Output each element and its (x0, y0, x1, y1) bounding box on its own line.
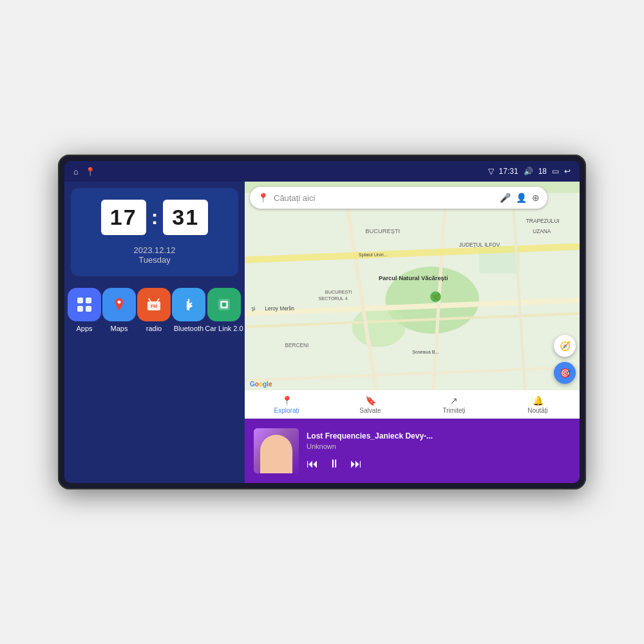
google-logo: Google (250, 381, 272, 388)
car-display-device: ⌂ 📍 ▽ 17:31 🔊 18 ▭ ↩ 17 : (58, 155, 586, 489)
svg-rect-3 (86, 306, 91, 312)
music-info: Lost Frequencies_Janieck Devy-... Unknow… (307, 431, 571, 471)
map-bottom-nav: 📍 Explorați 🔖 Salvate ↗ Trimiteți 🔔 (245, 390, 580, 419)
app-item-carlink[interactable]: Car Link 2.0 (206, 288, 242, 332)
clock-widget: 17 : 31 2023.12.12 Tuesday (71, 188, 238, 276)
clock-colon: : (151, 205, 158, 229)
device-screen: ⌂ 📍 ▽ 17:31 🔊 18 ▭ ↩ 17 : (64, 161, 580, 483)
svg-text:BUCUREȘTI: BUCUREȘTI (325, 289, 352, 295)
svg-point-15 (352, 307, 405, 346)
status-right-info: ▽ 17:31 🔊 18 ▭ ↩ (488, 167, 571, 176)
left-panel: 17 : 31 2023.12.12 Tuesday (64, 182, 245, 483)
map-pin-icon: 📍 (258, 193, 269, 203)
account-icon[interactable]: 👤 (516, 193, 527, 203)
saved-label: Salvate (359, 407, 381, 414)
map-nav-news[interactable]: 🔔 Noutăți (496, 393, 580, 417)
svg-text:Șoseaua B...: Șoseaua B... (412, 349, 439, 355)
next-button[interactable]: ⏭ (350, 457, 362, 471)
clock-date: 2023.12.12 Tuesday (133, 245, 175, 265)
share-icon: ↗ (450, 395, 458, 406)
compass-button[interactable]: 🧭 (554, 335, 576, 357)
play-pause-button[interactable]: ⏸ (328, 457, 340, 471)
signal-icon: ▽ (488, 167, 494, 176)
music-panel: Lost Frequencies_Janieck Devy-... Unknow… (245, 419, 580, 483)
news-icon: 🔔 (533, 395, 544, 406)
location-button[interactable]: 🎯 (554, 362, 576, 384)
maps-icon (102, 288, 136, 321)
svg-text:Parcul Natural Văcărești: Parcul Natural Văcărești (379, 275, 448, 281)
svg-text:TRAPEZULUI: TRAPEZULUI (526, 218, 560, 224)
svg-text:BERCENI: BERCENI (285, 342, 308, 348)
apps-label: Apps (76, 325, 92, 332)
app-item-apps[interactable]: Apps (67, 288, 102, 332)
svg-point-4 (118, 301, 121, 304)
svg-text:JUDEȚUL ILFOV: JUDEȚUL ILFOV (459, 242, 500, 248)
svg-text:și: și (251, 305, 255, 312)
app-item-radio[interactable]: FM radio (137, 288, 171, 332)
map-search-text: Căutați aici (274, 193, 315, 203)
map-svg: BUCUREȘTI JUDEȚUL ILFOV BERCENI BUCUREȘT… (245, 182, 580, 419)
album-art (254, 428, 299, 473)
bluetooth-label: Bluetooth (174, 325, 204, 332)
battery-icon: ▭ (552, 167, 559, 176)
back-icon[interactable]: ↩ (564, 167, 571, 176)
app-item-maps[interactable]: Maps (102, 288, 137, 332)
clock-hour: 17 (101, 200, 146, 235)
main-content: 17 : 31 2023.12.12 Tuesday (64, 182, 580, 483)
status-left-icons: ⌂ 📍 (73, 167, 95, 176)
explore-icon: 📍 (281, 395, 292, 406)
maps-label: Maps (111, 325, 128, 332)
svg-text:BUCUREȘTI: BUCUREȘTI (365, 228, 400, 234)
svg-text:🌿: 🌿 (432, 293, 440, 301)
radio-icon: FM (137, 288, 171, 321)
map-nav-share[interactable]: ↗ Trimiteți (412, 393, 496, 417)
volume-level: 18 (538, 167, 547, 176)
music-title: Lost Frequencies_Janieck Devy-... (307, 431, 571, 440)
clock-display: 17 : 31 (101, 200, 208, 235)
clock-minute: 31 (163, 200, 208, 235)
svg-text:Splaiul Uniri...: Splaiul Uniri... (359, 252, 388, 258)
share-label: Trimiteți (442, 407, 465, 414)
svg-line-8 (157, 299, 159, 301)
svg-line-7 (149, 299, 151, 301)
status-bar: ⌂ 📍 ▽ 17:31 🔊 18 ▭ ↩ (64, 161, 580, 182)
maps-shortcut-icon[interactable]: 📍 (85, 167, 95, 176)
map-search-bar[interactable]: 📍 Căutați aici 🎤 👤 ⊕ (250, 187, 547, 209)
carlink-label: Car Link 2.0 (205, 325, 243, 332)
apps-icon (68, 288, 101, 321)
prev-button[interactable]: ⏮ (307, 457, 318, 471)
carlink-icon (207, 288, 241, 321)
apps-row: Apps Maps (64, 283, 245, 483)
home-icon[interactable]: ⌂ (73, 167, 79, 176)
svg-text:UZANA: UZANA (533, 228, 551, 234)
bluetooth-icon (172, 288, 205, 321)
svg-rect-2 (77, 306, 83, 312)
svg-rect-1 (86, 298, 91, 303)
svg-text:FM: FM (151, 304, 157, 308)
svg-rect-0 (77, 298, 83, 303)
layers-icon[interactable]: ⊕ (532, 193, 540, 203)
svg-text:Leroy Merlin: Leroy Merlin (265, 305, 294, 312)
map-nav-explore[interactable]: 📍 Explorați (245, 393, 328, 417)
radio-label: radio (146, 325, 162, 332)
svg-text:SECTORUL 4: SECTORUL 4 (318, 296, 347, 301)
mic-icon[interactable]: 🎤 (500, 193, 511, 203)
music-controls: ⏮ ⏸ ⏭ (307, 457, 571, 471)
app-item-bluetooth[interactable]: Bluetooth (171, 288, 206, 332)
right-panel: BUCUREȘTI JUDEȚUL ILFOV BERCENI BUCUREȘT… (245, 182, 580, 483)
music-artist: Unknown (307, 442, 571, 450)
map-area: BUCUREȘTI JUDEȚUL ILFOV BERCENI BUCUREȘT… (245, 182, 580, 419)
volume-icon: 🔊 (524, 167, 533, 176)
status-time: 17:31 (499, 167, 518, 176)
news-label: Noutăți (527, 407, 548, 414)
saved-icon: 🔖 (365, 395, 376, 406)
map-nav-saved[interactable]: 🔖 Salvate (328, 393, 412, 417)
svg-rect-12 (222, 303, 226, 307)
explore-label: Explorați (274, 407, 299, 414)
